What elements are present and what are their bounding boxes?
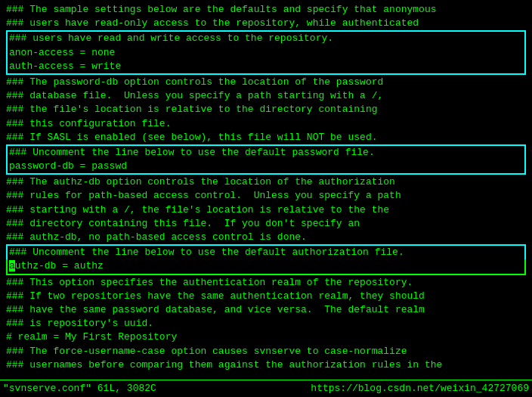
boxed-section-2: password-db = passwd xyxy=(6,160,526,175)
line-7: ### database file. Unless you specify a … xyxy=(6,89,526,103)
line-13: ### The authz-db option controls the loc… xyxy=(6,175,526,189)
cursor: a xyxy=(9,260,15,271)
line-12: password-db = passwd xyxy=(9,160,523,173)
line-16: ### directory containing this file. If y… xyxy=(6,217,526,231)
line-14: ### rules for path-based access control.… xyxy=(6,189,526,203)
code-content: ### The sample settings below are the de… xyxy=(3,2,529,374)
status-bar: "svnserve.conf" 61L, 3082C https://blog.… xyxy=(0,380,532,397)
line-21: ### If two repositories have the same au… xyxy=(6,290,526,303)
line-2: ### users have read-only access to the r… xyxy=(6,17,526,30)
line-10: ### If SASL is enabled (see below), this… xyxy=(6,131,526,144)
line-18: ### Uncomment the line below to use the … xyxy=(9,246,523,259)
line-5: auth-access = write xyxy=(9,60,523,73)
line-6: ### The password-db option controls the … xyxy=(6,76,526,89)
line-26: ### usernames before comparing them agai… xyxy=(6,358,526,372)
line-9: ### this configuration file. xyxy=(6,117,526,131)
line-25: ### The force-username-case option cause… xyxy=(6,345,526,358)
line-24: # realm = My First Repository xyxy=(6,330,526,344)
line-8: ### the file's location is relative to t… xyxy=(6,103,526,116)
line-3: ### users have read and write access to … xyxy=(9,32,523,45)
boxed-section-1: anon-access = none auth-access = write xyxy=(6,46,526,75)
line-4: anon-access = none xyxy=(9,46,523,60)
boxed-section-3: authz-db = authz xyxy=(6,259,526,274)
line-11: ### Uncomment the line below to use the … xyxy=(9,146,523,160)
line-19: authz-db = authz xyxy=(9,259,523,273)
source-url: https://blog.csdn.net/weixin_42727069 xyxy=(311,382,529,395)
line-20: ### This option specifies the authentica… xyxy=(6,276,526,290)
line-1: ### The sample settings below are the de… xyxy=(6,3,526,17)
line-17: ### authz-db, no path-based access contr… xyxy=(6,231,526,244)
line-3-box-start: ### users have read and write access to … xyxy=(6,30,526,45)
line-15: ### starting with a /, the file's locati… xyxy=(6,203,526,217)
line-11-box-start: ### Uncomment the line below to use the … xyxy=(6,144,526,160)
line-22: ### have the same password database, and… xyxy=(6,303,526,317)
line-18-box-start: ### Uncomment the line below to use the … xyxy=(6,244,526,259)
editor: ### The sample settings below are the de… xyxy=(0,0,532,397)
file-info: "svnserve.conf" 61L, 3082C xyxy=(3,382,156,395)
line-23: ### is repository's uuid. xyxy=(6,317,526,330)
